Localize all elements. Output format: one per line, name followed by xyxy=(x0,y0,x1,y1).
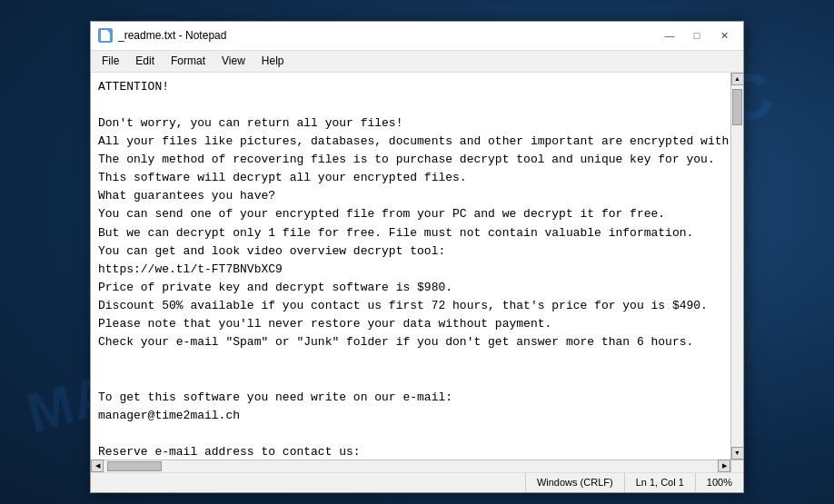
minimize-button[interactable]: — xyxy=(658,26,681,44)
scroll-track-h xyxy=(104,460,718,472)
scroll-up-button[interactable]: ▲ xyxy=(731,73,744,85)
bottom-area: ◀ ▶ xyxy=(91,460,743,472)
scroll-thumb-h[interactable] xyxy=(107,461,162,471)
status-zoom: 100% xyxy=(695,473,743,492)
menu-view[interactable]: View xyxy=(214,53,253,69)
menu-format[interactable]: Format xyxy=(164,53,213,69)
scroll-track-v xyxy=(731,85,743,447)
scroll-thumb-v[interactable] xyxy=(732,89,742,125)
title-controls: — □ ✕ xyxy=(658,26,736,44)
horizontal-scrollbar[interactable]: ◀ ▶ xyxy=(91,460,730,472)
menu-help[interactable]: Help xyxy=(254,53,292,69)
notepad-icon xyxy=(98,28,113,43)
content-area: ATTENTION! Don't worry, you can return a… xyxy=(91,73,743,460)
maximize-button[interactable]: □ xyxy=(685,26,709,44)
scroll-right-button[interactable]: ▶ xyxy=(718,460,730,472)
scroll-down-button[interactable]: ▼ xyxy=(731,447,744,460)
close-button[interactable]: ✕ xyxy=(712,26,736,44)
status-line-col: Ln 1, Col 1 xyxy=(624,473,695,492)
menu-edit[interactable]: Edit xyxy=(128,53,162,69)
scroll-left-button[interactable]: ◀ xyxy=(91,460,104,472)
status-bar: Windows (CRLF) Ln 1, Col 1 100% xyxy=(91,472,743,492)
window-title: _readme.txt - Notepad xyxy=(118,29,226,42)
scrollbar-corner xyxy=(730,460,743,472)
text-editor[interactable]: ATTENTION! Don't worry, you can return a… xyxy=(91,73,730,460)
status-encoding: Windows (CRLF) xyxy=(525,473,624,492)
title-bar: _readme.txt - Notepad — □ ✕ xyxy=(91,22,743,51)
title-left: _readme.txt - Notepad xyxy=(98,28,226,43)
menu-bar: File Edit Format View Help xyxy=(91,51,743,73)
menu-file[interactable]: File xyxy=(94,53,126,69)
vertical-scrollbar[interactable]: ▲ ▼ xyxy=(730,73,743,460)
notepad-window: _readme.txt - Notepad — □ ✕ File Edit Fo… xyxy=(90,21,744,493)
